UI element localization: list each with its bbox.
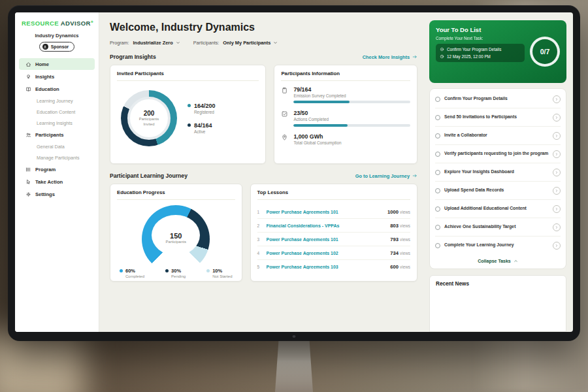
collapse-tasks-button[interactable]: Collapse Tasks [435, 254, 561, 267]
task-label: Achieve One Sustainability Target [444, 224, 549, 230]
lesson-row: 1 Power Purchase Agreements 101 1000view… [257, 205, 410, 219]
task-expand-button[interactable] [553, 242, 561, 250]
task-row[interactable]: Send 50 Invitations to Participants [435, 108, 561, 127]
lesson-views: 803 [390, 223, 399, 229]
task-checkbox[interactable] [435, 97, 440, 102]
task-expand-button[interactable] [553, 132, 561, 140]
participants-information-card: Participants Information 79/164 Emission… [274, 65, 417, 164]
org-name: Industry Dynamics [15, 33, 99, 39]
recent-news-title: Recent News [436, 281, 469, 287]
chevron-down-icon [273, 41, 278, 45]
sidebar-item-program[interactable]: Program [19, 163, 95, 175]
task-row[interactable]: Invite a Collaborator [435, 127, 561, 145]
sidebar-item-learning-journey[interactable]: Learning Journey [19, 95, 95, 106]
lesson-views-unit: views [400, 223, 410, 228]
task-row[interactable]: Verify participants requesting to join t… [435, 145, 561, 163]
home-icon [25, 61, 31, 67]
participants-filter-dropdown[interactable]: Only My Participants [223, 40, 278, 46]
card-title: Top Lessons [257, 189, 410, 200]
task-checkbox[interactable] [435, 225, 440, 230]
stat-label: Actions Completed [293, 117, 410, 122]
task-checkbox[interactable] [435, 115, 440, 120]
sidebar: RESOURCE ADVISOR+ Industry Dynamics Spon… [15, 12, 99, 332]
task-row[interactable]: Explore Your Insights Dashboard [435, 163, 561, 182]
sidebar-item-manage-participants[interactable]: Manage Participants [19, 152, 95, 163]
lesson-link[interactable]: Power Purchase Agreements 101 [267, 210, 384, 214]
lesson-link[interactable]: Power Purchase Agreements 102 [267, 251, 387, 255]
sidebar-item-take-action[interactable]: Take Action [19, 176, 95, 188]
main-content: Welcome, Industry Dynamics Program: Indu… [99, 12, 427, 332]
lesson-rank: 4 [257, 251, 263, 255]
card-title: Participants Information [281, 71, 410, 81]
org-block: Industry Dynamics Sponsor [15, 33, 99, 52]
program-filter-dropdown[interactable]: Industrialize Zero [133, 40, 180, 46]
next-task-label: Confirm Your Program Details [447, 47, 501, 52]
sidebar-item-home[interactable]: Home [19, 58, 95, 70]
screen: RESOURCE ADVISOR+ Industry Dynamics Spon… [15, 12, 573, 332]
task-expand-button[interactable] [553, 169, 561, 176]
task-row[interactable]: Confirm Your Program Details [435, 90, 561, 108]
background-corner-light [0, 333, 85, 392]
task-expand-button[interactable] [553, 205, 561, 213]
task-checkbox[interactable] [435, 152, 440, 157]
task-row[interactable]: Complete Your Learning Journey [435, 237, 561, 254]
next-task-box[interactable]: Confirm Your Program Details 12 May 2025… [436, 44, 525, 62]
stat-label: Total Global Consumption [293, 140, 410, 145]
task-row[interactable]: Achieve One Sustainability Target [435, 218, 561, 237]
task-row[interactable]: Upload Additional Educational Content [435, 200, 561, 218]
todo-subtitle: Complete Your Next Task: [436, 36, 525, 41]
task-checkbox[interactable] [435, 170, 440, 175]
sidebar-item-education-content[interactable]: Education Content [19, 106, 95, 117]
task-row[interactable]: Upload Spend Data Records [435, 182, 561, 200]
logo-primary: RESOURCE [22, 20, 59, 27]
task-checkbox[interactable] [435, 243, 440, 248]
task-expand-button[interactable] [553, 95, 561, 103]
lesson-link[interactable]: Power Purchase Agreements 101 [267, 237, 387, 242]
go-to-learning-journey-link[interactable]: Go to Learning Journey [355, 173, 417, 179]
right-panel: Your To Do List Complete Your Next Task:… [427, 12, 573, 332]
task-checkbox[interactable] [435, 206, 440, 212]
clock-icon [440, 54, 444, 59]
sidebar-item-general-data[interactable]: General Data [19, 141, 95, 152]
task-checkbox[interactable] [435, 133, 440, 139]
book-icon [25, 86, 31, 92]
education-progress-card: Education Progress 150 Participants [110, 184, 242, 282]
task-label: Upload Additional Educational Content [444, 206, 549, 212]
task-checkbox[interactable] [435, 188, 440, 193]
legend-dot [188, 104, 191, 107]
task-expand-button[interactable] [553, 223, 561, 231]
stat-global-consumption: 1,000 GWh Total Global Consumption [281, 133, 410, 145]
sidebar-item-learning-insights[interactable]: Learning Insights [19, 118, 95, 128]
task-expand-button[interactable] [553, 114, 561, 122]
task-expand-button[interactable] [553, 187, 561, 195]
legend-value: 84/164 [194, 122, 212, 129]
stat-value: 79/164 [293, 86, 410, 93]
chevron-up-icon [514, 259, 518, 263]
arrow-right-icon [412, 173, 417, 178]
chevron-right-icon [555, 152, 559, 156]
sidebar-item-label: General Data [37, 144, 65, 150]
sidebar-item-insights[interactable]: Insights [19, 71, 95, 82]
task-label: Confirm Your Program Details [444, 96, 549, 102]
check-more-insights-link[interactable]: Check More Insights [363, 54, 417, 60]
insights-cards-row: Invited Participants 200 Participants In… [110, 65, 417, 164]
task-label: Verify participants requesting to join t… [444, 151, 549, 157]
lesson-rank: 2 [257, 223, 263, 228]
sidebar-item-settings[interactable]: Settings [19, 188, 95, 200]
sidebar-item-label: Education [35, 86, 59, 92]
lesson-link[interactable]: Financial Considerations - VPPAs [267, 223, 387, 228]
chevron-right-icon [555, 134, 559, 138]
lesson-link[interactable]: Power Purchase Agreements 103 [267, 265, 387, 269]
todo-list-card: Your To Do List Complete Your Next Task:… [429, 20, 566, 83]
list-icon [25, 167, 31, 172]
sidebar-item-education[interactable]: Education [19, 83, 95, 95]
sponsor-badge[interactable]: Sponsor [39, 42, 75, 52]
donut-center-value: 200 [144, 110, 155, 117]
legend-label: Pending [171, 274, 186, 278]
sidebar-item-participants[interactable]: Participants [19, 129, 95, 140]
task-expand-button[interactable] [553, 150, 561, 158]
sidebar-item-label: Home [35, 61, 49, 67]
sidebar-item-label: Program [35, 167, 56, 172]
todo-progress-ring: 0/7 [530, 37, 560, 67]
stat-value: 23/50 [293, 110, 410, 116]
